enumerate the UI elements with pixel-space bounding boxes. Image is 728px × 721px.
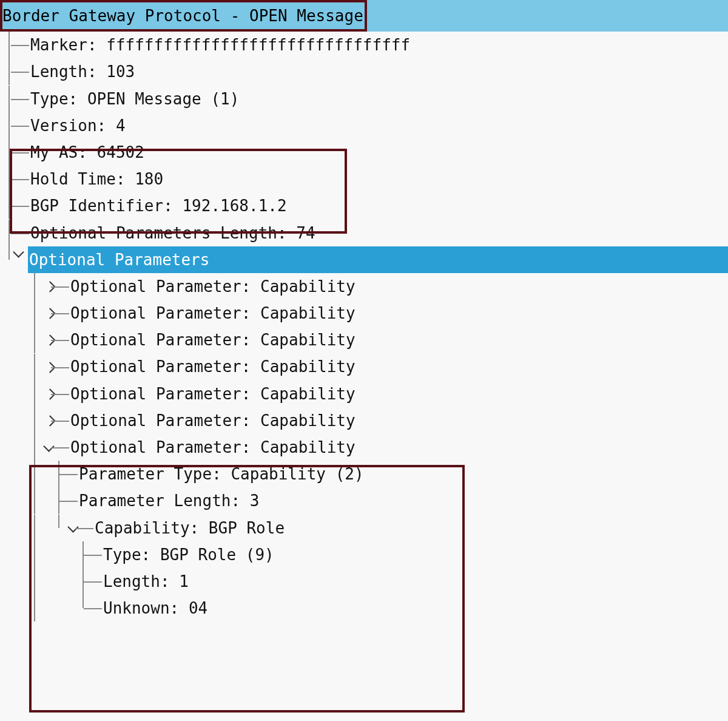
field-length[interactable]: Length: 103 — [0, 58, 728, 85]
node-capability-text: Optional Parameter: Capability — [70, 407, 356, 434]
tree-tee-icon — [18, 32, 29, 58]
node-capability-text: Optional Parameter: Capability — [70, 381, 356, 407]
field-cap-unknown[interactable]: Unknown: 04 — [0, 595, 728, 621]
chevron-right-icon[interactable] — [42, 282, 56, 295]
node-capability-1[interactable]: Optional Parameter: Capability — [0, 273, 728, 300]
tree-tee-icon — [18, 58, 29, 85]
node-capability-text: Optional Parameter: Capability — [70, 327, 356, 353]
node-capability-7[interactable]: Optional Parameter: Capability — [0, 434, 728, 461]
tree-tee-icon — [58, 327, 69, 353]
node-capability-text: Optional Parameter: Capability — [70, 434, 356, 461]
tree-tee-icon — [18, 86, 29, 112]
tree-tee-icon — [58, 381, 69, 407]
field-optparamlen[interactable]: Optional Parameters Length: 74 — [0, 220, 728, 246]
tree-tee-icon — [91, 595, 102, 621]
node-capability-2[interactable]: Optional Parameter: Capability — [0, 300, 728, 327]
field-cap-length-text: Length: 1 — [103, 568, 189, 595]
tree-tee-icon — [18, 112, 29, 139]
field-holdtime-text: Hold Time: 180 — [30, 166, 163, 192]
node-capability-text: Optional Parameter: Capability — [70, 300, 356, 327]
tree-tee-icon — [18, 166, 29, 192]
protocol-header[interactable]: Border Gateway Protocol - OPEN Message — [0, 0, 728, 32]
tree-tee-icon — [18, 139, 29, 166]
tree-tee-icon — [58, 300, 69, 327]
node-optional-parameters-text: Optional Parameters — [29, 246, 209, 273]
chevron-down-icon[interactable] — [42, 442, 56, 456]
field-type-text: Type: OPEN Message (1) — [30, 86, 239, 112]
chevron-right-icon[interactable] — [42, 416, 56, 429]
tree-tee-icon — [18, 220, 29, 246]
field-optparamlen-text: Optional Parameters Length: 74 — [30, 220, 315, 246]
field-bgpid-text: BGP Identifier: 192.168.1.2 — [30, 192, 287, 219]
chevron-right-icon[interactable] — [42, 308, 56, 322]
chevron-right-icon[interactable] — [42, 362, 56, 376]
field-version[interactable]: Version: 4 — [0, 112, 728, 139]
field-paramlen[interactable]: Parameter Length: 3 — [0, 487, 728, 514]
field-paramtype-text: Parameter Type: Capability (2) — [79, 461, 364, 487]
field-cap-unknown-text: Unknown: 04 — [103, 595, 207, 621]
tree-tee-icon — [91, 568, 102, 595]
tree-tee-icon — [67, 461, 78, 487]
field-version-text: Version: 4 — [30, 112, 126, 139]
field-holdtime[interactable]: Hold Time: 180 — [0, 166, 728, 192]
tree-tee-icon — [67, 487, 78, 514]
field-type[interactable]: Type: OPEN Message (1) — [0, 86, 728, 112]
chevron-right-icon[interactable] — [42, 335, 56, 348]
chevron-down-icon[interactable] — [67, 523, 80, 537]
tree-tee-icon — [58, 407, 69, 434]
field-myas-text: My AS: 64502 — [30, 139, 144, 166]
field-marker-text: Marker: ffffffffffffffffffffffffffffffff — [30, 32, 410, 58]
field-paramlen-text: Parameter Length: 3 — [79, 487, 259, 514]
tree-tee-icon — [58, 434, 69, 461]
node-capability-3[interactable]: Optional Parameter: Capability — [0, 327, 728, 353]
node-capability-4[interactable]: Optional Parameter: Capability — [0, 353, 728, 380]
tree-tee-icon — [18, 192, 29, 219]
field-cap-type[interactable]: Type: BGP Role (9) — [0, 541, 728, 568]
node-capability-text: Optional Parameter: Capability — [70, 273, 356, 300]
chevron-down-icon[interactable] — [12, 248, 25, 262]
field-length-text: Length: 103 — [30, 58, 135, 85]
field-myas[interactable]: My AS: 64502 — [0, 139, 728, 166]
tree-tee-icon — [58, 354, 69, 381]
field-cap-length[interactable]: Length: 1 — [0, 568, 728, 595]
tree-tee-icon — [91, 541, 102, 568]
field-cap-type-text: Type: BGP Role (9) — [103, 541, 274, 568]
node-capability-bgprole-text: Capability: BGP Role — [95, 515, 285, 541]
tree-tee-icon — [58, 273, 69, 300]
node-capability-text: Optional Parameter: Capability — [70, 353, 356, 380]
node-capability-6[interactable]: Optional Parameter: Capability — [0, 407, 728, 434]
node-optional-parameters[interactable]: Optional Parameters — [0, 246, 728, 273]
tree-tee-icon — [83, 515, 93, 541]
field-bgpid[interactable]: BGP Identifier: 192.168.1.2 — [0, 192, 728, 219]
chevron-right-icon[interactable] — [42, 389, 56, 402]
node-capability-bgprole[interactable]: Capability: BGP Role — [0, 515, 728, 541]
protocol-header-text: Border Gateway Protocol - OPEN Message — [2, 2, 363, 29]
node-capability-5[interactable]: Optional Parameter: Capability — [0, 381, 728, 407]
field-marker[interactable]: Marker: ffffffffffffffffffffffffffffffff — [0, 32, 728, 58]
field-paramtype[interactable]: Parameter Type: Capability (2) — [0, 461, 728, 487]
